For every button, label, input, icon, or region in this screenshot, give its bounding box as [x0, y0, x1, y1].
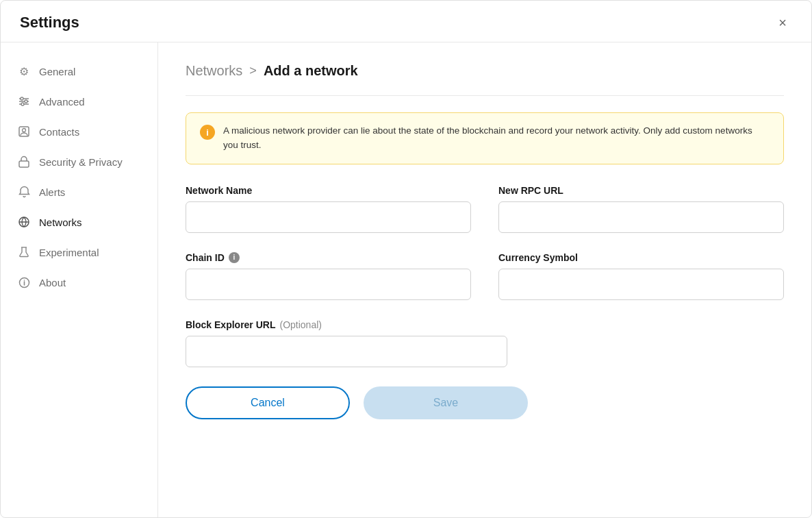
sidebar-item-general[interactable]: ⚙ General: [1, 56, 157, 86]
sidebar-item-security-privacy[interactable]: Security & Privacy: [1, 147, 157, 177]
new-rpc-url-group: New RPC URL: [498, 185, 784, 233]
network-name-input[interactable]: [186, 201, 471, 233]
advanced-icon: [17, 95, 31, 108]
chain-id-info-icon[interactable]: i: [229, 252, 240, 263]
sidebar-label-alerts: Alerts: [39, 186, 65, 198]
sidebar-item-about[interactable]: About: [1, 267, 157, 297]
divider: [186, 95, 784, 96]
breadcrumb-separator: >: [249, 64, 257, 78]
new-rpc-url-input[interactable]: [498, 201, 784, 233]
currency-symbol-label: Currency Symbol: [498, 252, 784, 263]
svg-rect-8: [19, 161, 29, 167]
chain-id-input[interactable]: [186, 269, 471, 300]
networks-icon: [17, 215, 31, 229]
sidebar-item-networks[interactable]: Networks: [1, 207, 157, 237]
close-button[interactable]: ×: [773, 13, 792, 32]
breadcrumb: Networks > Add a network: [186, 63, 784, 79]
gear-icon: ⚙: [17, 64, 31, 78]
save-button: Save: [364, 386, 528, 419]
lock-icon: [17, 155, 31, 169]
sidebar-item-experimental[interactable]: Experimental: [1, 237, 157, 267]
breadcrumb-networks[interactable]: Networks: [186, 63, 242, 79]
content-area: Networks > Add a network i A malicious n…: [158, 42, 811, 517]
title-bar: Settings ×: [1, 1, 811, 42]
warning-icon: i: [200, 125, 215, 140]
sidebar-item-alerts[interactable]: Alerts: [1, 177, 157, 207]
svg-point-12: [23, 280, 25, 281]
svg-point-5: [21, 103, 24, 106]
main-content: ⚙ General Advanced: [1, 42, 811, 517]
block-explorer-url-input[interactable]: [186, 336, 507, 367]
new-rpc-url-label: New RPC URL: [498, 185, 784, 196]
breadcrumb-current: Add a network: [264, 63, 358, 79]
sidebar-label-contacts: Contacts: [39, 126, 79, 138]
experimental-icon: [17, 245, 31, 259]
button-row: Cancel Save: [186, 386, 784, 419]
warning-text: A malicious network provider can lie abo…: [223, 124, 770, 153]
sidebar-label-general: General: [39, 66, 75, 77]
sidebar-label-about: About: [39, 277, 66, 288]
network-name-label: Network Name: [186, 185, 471, 196]
sidebar-label-experimental: Experimental: [39, 247, 99, 258]
svg-point-3: [21, 97, 23, 100]
svg-point-4: [25, 100, 27, 103]
form-grid: Network Name New RPC URL Chain ID i Curr…: [186, 185, 784, 367]
currency-symbol-input[interactable]: [498, 269, 784, 300]
warning-box: i A malicious network provider can lie a…: [186, 112, 784, 164]
sidebar-label-security: Security & Privacy: [39, 156, 123, 168]
svg-point-7: [23, 129, 26, 132]
sidebar: ⚙ General Advanced: [1, 42, 158, 517]
sidebar-item-advanced[interactable]: Advanced: [1, 86, 157, 116]
block-explorer-url-group: Block Explorer URL (Optional): [186, 319, 784, 367]
chain-id-group: Chain ID i: [186, 252, 471, 300]
settings-title: Settings: [20, 14, 79, 32]
sidebar-label-networks: Networks: [39, 217, 82, 228]
sidebar-label-advanced: Advanced: [39, 96, 85, 108]
network-name-group: Network Name: [186, 185, 471, 233]
settings-window: Settings × ⚙ General A: [0, 0, 812, 518]
block-explorer-url-label: Block Explorer URL (Optional): [186, 319, 784, 330]
currency-symbol-group: Currency Symbol: [498, 252, 784, 300]
about-icon: [17, 275, 31, 289]
optional-label: (Optional): [279, 319, 321, 330]
bell-icon: [17, 185, 31, 199]
chain-id-label: Chain ID i: [186, 252, 471, 263]
contacts-icon: [17, 125, 31, 138]
sidebar-item-contacts[interactable]: Contacts: [1, 116, 157, 147]
cancel-button[interactable]: Cancel: [186, 386, 350, 419]
